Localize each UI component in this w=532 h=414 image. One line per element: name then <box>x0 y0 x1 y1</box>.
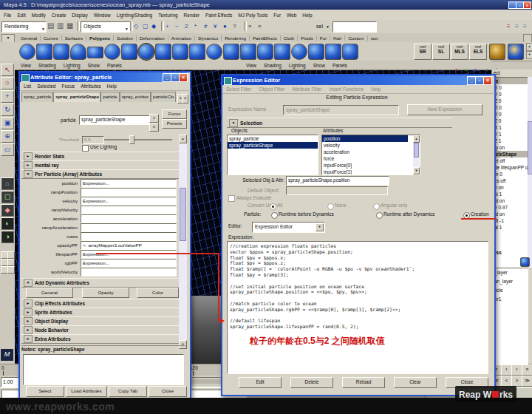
channel-row[interactable]: Y 0 <box>493 91 528 98</box>
tab-particle[interactable]: particle <box>100 92 119 102</box>
attributes-list-item[interactable]: velocity <box>322 142 420 149</box>
open-scene-icon[interactable]: ▥ <box>57 21 64 30</box>
panel-menu-shading[interactable]: Shading <box>38 63 56 68</box>
chevron-down-icon[interactable]: ▼ <box>326 24 330 29</box>
attribute-editor-scrollbar[interactable]: ▲ ▼ <box>179 135 187 347</box>
shelf-polyprism-icon[interactable] <box>121 44 137 60</box>
expression-code-area[interactable]: //creation expression floats particles v… <box>227 241 488 374</box>
expand-icon[interactable]: ► <box>24 335 33 343</box>
pp-field-velocity[interactable]: Expression... <box>81 197 177 206</box>
collapse-icon[interactable]: ▼ <box>24 279 33 287</box>
channel-row[interactable]: Z 1 <box>493 138 528 144</box>
channel-box-scrollbar[interactable] <box>528 77 532 268</box>
panel-menu-panels[interactable]: Panels <box>332 63 347 68</box>
shelf-polyplane-icon[interactable] <box>87 47 103 58</box>
ee-menu-select-filter[interactable]: Select Filter <box>226 86 251 92</box>
shelf-tab-subdivs[interactable]: Subdivs <box>114 35 137 41</box>
step-back-button[interactable]: ‹ <box>501 364 512 376</box>
make-live-icon[interactable]: ¥ <box>214 23 216 30</box>
threshold-field[interactable]: 0.5 <box>82 136 104 144</box>
expand-icon[interactable]: ► <box>24 317 33 325</box>
shelf-tab-sun[interactable]: sun <box>368 35 381 41</box>
panel-menu-show[interactable]: Show <box>313 63 325 68</box>
panel-menu-view[interactable]: View <box>246 63 256 68</box>
ee-menu-attribute-filter[interactable]: Attribute Filter <box>292 86 321 92</box>
collapse-icon[interactable]: ▼ <box>229 119 238 127</box>
play-forward-button[interactable]: ≫ <box>522 376 532 387</box>
shelf-split-icon[interactable] <box>223 44 239 60</box>
shelf-tab-animation[interactable]: Animation <box>168 35 196 41</box>
channel-box-toggle-icon[interactable]: ≡ <box>455 67 458 72</box>
panel-menu-shading[interactable]: Shading <box>264 63 282 68</box>
shelf-tab-hair[interactable]: Hair <box>330 35 345 41</box>
channel-row[interactable]: Z 0 <box>493 98 528 104</box>
render-globals-icon[interactable]: ● <box>223 23 227 30</box>
threshold-slider-handle[interactable] <box>129 135 134 144</box>
channel-row[interactable]: Y 1 <box>493 131 528 138</box>
shelf-polytorus-icon[interactable] <box>104 44 120 60</box>
shelf-mirror-icon[interactable] <box>291 44 307 60</box>
use-lighting-checkbox[interactable] <box>82 145 89 152</box>
shelf-scroll-up-icon[interactable]: ▲ <box>526 43 532 51</box>
snap-view-icon[interactable]: * <box>194 23 197 30</box>
hypershade-icon[interactable]: ◑ <box>1 231 14 243</box>
ae-menu-focus[interactable]: Focus <box>61 84 75 89</box>
ae-menu-attributes[interactable]: Attributes <box>81 84 100 89</box>
channel-row[interactable]: m 0 <box>493 171 528 177</box>
section-selection[interactable]: ▼Selection <box>227 118 452 128</box>
panel-menu-view[interactable]: View <box>21 63 31 68</box>
units-angular-radio[interactable] <box>373 203 380 210</box>
section-add-dynamic-attributes[interactable]: ▼Add Dynamic Attributes <box>21 278 179 288</box>
menu-mj-poly-tools[interactable]: MJ Poly Tools <box>238 13 267 18</box>
shelf-scroll-down-icon[interactable]: ▼ <box>526 51 532 59</box>
chevron-down-icon[interactable]: ▼ <box>316 223 324 231</box>
shelf-mel-button[interactable]: melELS <box>469 44 487 60</box>
menu-create[interactable]: Create <box>52 13 66 18</box>
channel-row[interactable]: ld on <box>493 211 528 217</box>
channel-row[interactable]: Y 0 <box>493 111 528 118</box>
panel-menu-show[interactable]: Show <box>88 63 100 68</box>
menu-window[interactable]: Window <box>94 13 111 18</box>
default-object-field[interactable] <box>286 186 388 195</box>
pp-field-opacitypp[interactable]: <- arrayMapper3.outValuePP <box>81 241 177 250</box>
shelf-tab-rendering[interactable]: Rendering <box>222 35 250 41</box>
snap-surface-icon[interactable]: # <box>204 23 207 30</box>
shelf-image-icon[interactable] <box>489 44 505 60</box>
tab-particleclo[interactable]: particleClo <box>151 92 176 102</box>
shelf-tab-curves[interactable]: Curves <box>41 35 62 41</box>
ee-menu-help[interactable]: Help <box>371 86 381 92</box>
new-scene-icon[interactable]: ▤ <box>47 21 54 30</box>
save-scene-icon[interactable]: ▦ <box>66 21 73 30</box>
expand-icon[interactable]: ► <box>24 308 33 316</box>
shelf-tab-surfaces[interactable]: Surfaces <box>62 35 86 41</box>
channel-row[interactable]: de lifespanPP o <box>493 164 528 171</box>
ae-menu-list[interactable]: List <box>24 84 31 89</box>
shelf-active-tool-icon[interactable] <box>138 44 154 60</box>
add-color-button[interactable]: Color <box>137 288 179 298</box>
shelf-boolean-icon[interactable] <box>206 44 222 60</box>
panel-menu-lighting[interactable]: Lighting <box>289 63 306 68</box>
shelf-image-icon[interactable] <box>508 44 524 60</box>
shelf-tab-fur[interactable]: Fur <box>317 35 330 41</box>
selected-obj-attr-field[interactable]: spray_particleShape.position <box>286 176 389 186</box>
expand-icon[interactable]: ► <box>24 299 33 308</box>
ae-menu-selected[interactable]: Selected <box>37 84 55 89</box>
render-view-icon[interactable]: ◐ <box>1 217 14 230</box>
attributes-list-item-selected[interactable]: position <box>322 135 408 142</box>
expand-icon[interactable]: ► <box>24 326 33 334</box>
objects-list-item[interactable]: spray_particle <box>228 135 318 142</box>
objects-list[interactable]: spray_particle spray_particleShape <box>227 135 318 175</box>
close-button[interactable]: Close <box>149 386 187 397</box>
help-icon[interactable]: ? <box>233 23 236 30</box>
shelf-polycube-icon[interactable] <box>36 44 52 60</box>
layout-persp-outliner-button[interactable] <box>7 259 15 266</box>
menu-help[interactable]: Help <box>302 13 312 18</box>
last-tool-icon[interactable]: ▭ <box>1 143 14 156</box>
menu-display[interactable]: Display <box>72 13 87 18</box>
runtime-before-dynamics-radio[interactable] <box>271 212 278 219</box>
shelf-separate-icon[interactable] <box>274 44 290 60</box>
shelf-tab-custom[interactable]: Custom <box>345 35 367 41</box>
expression-editor-titlebar[interactable]: Expression Editor _ ▫ × <box>222 75 491 85</box>
channel-row[interactable]: al 1 <box>493 224 528 231</box>
channel-row[interactable]: X 1 <box>493 124 528 131</box>
